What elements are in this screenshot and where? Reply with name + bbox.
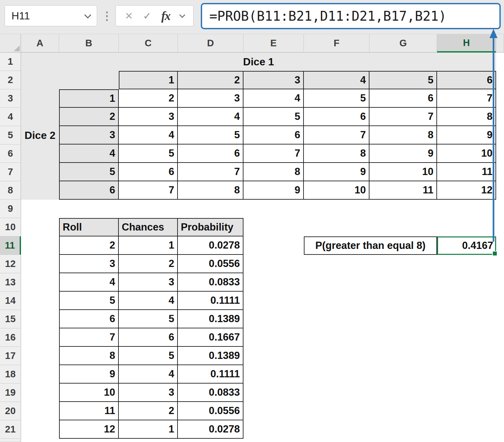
dice1-header-cell[interactable]: 4 xyxy=(304,71,369,89)
prob-cell[interactable]: 4 xyxy=(119,365,178,384)
prob-cell[interactable]: 0.1389 xyxy=(178,310,243,328)
row-header-4[interactable]: 4 xyxy=(0,108,21,126)
dice2-title-cell[interactable]: Dice 2 xyxy=(21,71,59,200)
dice1-header-cell[interactable]: 1 xyxy=(119,71,178,89)
dice-sum-cell[interactable]: 12 xyxy=(437,181,496,200)
row-header-11[interactable]: 11 xyxy=(0,236,21,255)
enter-icon[interactable]: ✓ xyxy=(143,10,151,22)
row-header-16[interactable]: 16 xyxy=(0,328,21,347)
dice-sum-cell[interactable]: 7 xyxy=(369,108,437,126)
dice-sum-cell[interactable]: 7 xyxy=(243,144,304,163)
row-header-3[interactable]: 3 xyxy=(0,89,21,108)
dice-sum-cell[interactable]: 4 xyxy=(178,108,243,126)
dice-sum-cell[interactable]: 8 xyxy=(369,126,437,144)
dice-sum-cell[interactable]: 5 xyxy=(178,126,243,144)
prob-cell[interactable]: 11 xyxy=(59,402,119,420)
dice-sum-cell[interactable]: 8 xyxy=(304,144,369,163)
prob-header-roll[interactable]: Roll xyxy=(59,218,119,236)
row-header-5[interactable]: 5 xyxy=(0,126,21,144)
dice-sum-cell[interactable]: 7 xyxy=(119,181,178,200)
dice-sum-cell[interactable]: 3 xyxy=(178,89,243,108)
insert-function-icon[interactable]: fx xyxy=(161,9,170,23)
prob-cell[interactable]: 0.1389 xyxy=(178,347,243,365)
row-header-12[interactable]: 12 xyxy=(0,255,21,273)
row-header-9[interactable]: 9 xyxy=(0,200,21,218)
dice-sum-cell[interactable]: 6 xyxy=(304,108,369,126)
dice-sum-cell[interactable]: 10 xyxy=(369,163,437,181)
select-all-button[interactable] xyxy=(0,34,21,53)
prob-cell[interactable]: 0.0833 xyxy=(178,384,243,402)
row-header-14[interactable]: 14 xyxy=(0,292,21,310)
prob-cell[interactable]: 4 xyxy=(59,273,119,292)
row-header-20[interactable]: 20 xyxy=(0,402,21,420)
prob-cell[interactable]: 3 xyxy=(119,273,178,292)
column-header-G[interactable]: G xyxy=(369,34,437,53)
row-header-1[interactable]: 1 xyxy=(0,53,21,71)
dice1-header-cell[interactable]: 5 xyxy=(369,71,437,89)
dice-sum-cell[interactable]: 2 xyxy=(119,89,178,108)
dice-sum-cell[interactable]: 10 xyxy=(437,144,496,163)
dice-sum-cell[interactable]: 9 xyxy=(437,126,496,144)
dice-sum-cell[interactable]: 7 xyxy=(178,163,243,181)
dice1-title-cell[interactable]: Dice 1 xyxy=(21,53,496,71)
dice-sum-cell[interactable]: 10 xyxy=(304,181,369,200)
prob-cell[interactable]: 1 xyxy=(119,236,178,255)
name-box[interactable]: H11 xyxy=(5,5,97,26)
prob-cell[interactable]: 5 xyxy=(59,292,119,310)
dice-sum-cell[interactable]: 8 xyxy=(243,163,304,181)
dice-sum-cell[interactable]: 6 xyxy=(243,126,304,144)
dice2-header-cell[interactable]: 3 xyxy=(59,126,119,144)
dice-sum-cell[interactable]: 11 xyxy=(369,181,437,200)
cancel-icon[interactable]: ✕ xyxy=(125,10,133,22)
result-label-cell[interactable]: P(greater than equal 8) xyxy=(304,236,437,255)
prob-cell[interactable]: 3 xyxy=(119,384,178,402)
dice-sum-cell[interactable]: 6 xyxy=(369,89,437,108)
prob-cell[interactable]: 0.1667 xyxy=(178,328,243,347)
dice2-header-cell[interactable]: 2 xyxy=(59,108,119,126)
prob-cell[interactable]: 12 xyxy=(59,420,119,439)
row-header-8[interactable]: 8 xyxy=(0,181,21,200)
dice-sum-cell[interactable]: 7 xyxy=(437,89,496,108)
column-header-B[interactable]: B xyxy=(59,34,119,53)
row-header-18[interactable]: 18 xyxy=(0,365,21,384)
dice1-header-cell[interactable]: 6 xyxy=(437,71,496,89)
dice-sum-cell[interactable]: 5 xyxy=(243,108,304,126)
dice-sum-cell[interactable]: 5 xyxy=(119,144,178,163)
column-header-D[interactable]: D xyxy=(178,34,243,53)
prob-cell[interactable]: 4 xyxy=(119,292,178,310)
prob-cell[interactable]: 8 xyxy=(59,347,119,365)
dice2-header-cell[interactable]: 6 xyxy=(59,181,119,200)
selected-cell-H11[interactable]: 0.4167 xyxy=(437,236,496,255)
dice-sum-cell[interactable]: 3 xyxy=(119,108,178,126)
prob-cell[interactable]: 5 xyxy=(119,310,178,328)
dice-sum-cell[interactable]: 9 xyxy=(304,163,369,181)
prob-header-chances[interactable]: Chances xyxy=(119,218,178,236)
prob-cell[interactable]: 0.0833 xyxy=(178,273,243,292)
row-header-19[interactable]: 19 xyxy=(0,384,21,402)
prob-cell[interactable]: 3 xyxy=(59,255,119,273)
row-header-15[interactable]: 15 xyxy=(0,310,21,328)
prob-cell[interactable]: 7 xyxy=(59,328,119,347)
dice2-header-cell[interactable]: 5 xyxy=(59,163,119,181)
column-header-C[interactable]: C xyxy=(119,34,178,53)
row-header-10[interactable]: 10 xyxy=(0,218,21,236)
row-header-21[interactable]: 21 xyxy=(0,420,21,439)
prob-cell[interactable]: 2 xyxy=(119,255,178,273)
dice-sum-cell[interactable]: 11 xyxy=(437,163,496,181)
row-header-6[interactable]: 6 xyxy=(0,144,21,163)
dice-sum-cell[interactable]: 8 xyxy=(437,108,496,126)
row-header-2[interactable]: 2 xyxy=(0,71,21,89)
dice-sum-cell[interactable]: 4 xyxy=(119,126,178,144)
dice-sum-cell[interactable]: 5 xyxy=(304,89,369,108)
prob-cell[interactable]: 1 xyxy=(119,420,178,439)
prob-header-probability[interactable]: Probability xyxy=(178,218,243,236)
name-box-dropdown-icon[interactable] xyxy=(85,13,90,18)
prob-cell[interactable]: 0.1111 xyxy=(178,365,243,384)
prob-cell[interactable]: 6 xyxy=(59,310,119,328)
dice-sum-cell[interactable]: 9 xyxy=(369,144,437,163)
formula-input[interactable]: =PROB(B11:B21,D11:D21,B17,B21) xyxy=(201,3,501,29)
row-header-13[interactable]: 13 xyxy=(0,273,21,292)
column-header-H[interactable]: H xyxy=(437,34,496,53)
row-header-7[interactable]: 7 xyxy=(0,163,21,181)
dice-sum-cell[interactable]: 6 xyxy=(178,144,243,163)
